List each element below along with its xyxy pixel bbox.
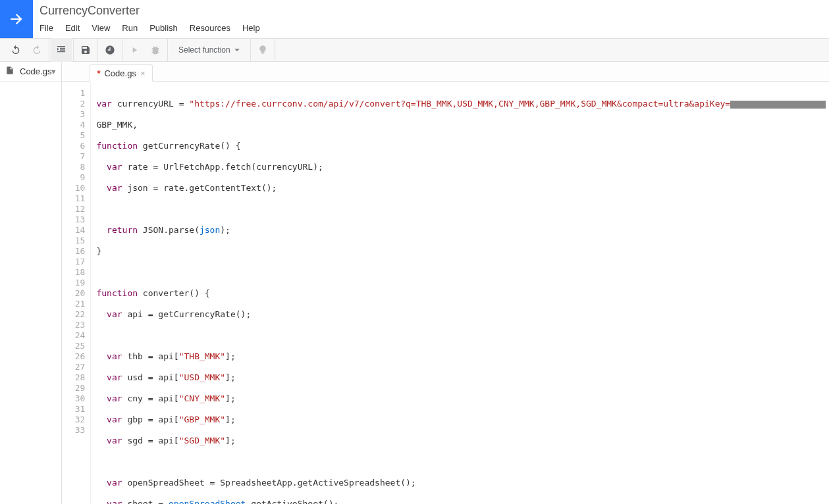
line-number: 4	[62, 120, 85, 130]
line-number: 11	[62, 193, 85, 204]
menu-file[interactable]: File	[40, 23, 53, 33]
toolbar-divider	[73, 38, 74, 62]
triggers-button[interactable]	[99, 38, 120, 62]
code-content[interactable]: var currencyURL = "https://free.currconv…	[91, 82, 829, 504]
line-number: 25	[62, 341, 85, 351]
toolbar-divider	[167, 38, 168, 62]
line-number: 8	[62, 162, 85, 172]
line-number: 31	[62, 404, 85, 415]
lightbulb-button[interactable]	[252, 38, 273, 62]
line-number: 5	[62, 130, 85, 141]
toolbar-divider	[122, 38, 122, 62]
toolbar-divider	[49, 38, 49, 62]
redo-icon	[32, 45, 42, 55]
sidebar-file-label: Code.gs	[20, 66, 51, 76]
tab-codegs[interactable]: * Code.gs ×	[90, 64, 152, 82]
line-number: 1	[62, 88, 85, 99]
undo-button[interactable]	[5, 38, 26, 62]
redo-button[interactable]	[26, 38, 47, 62]
line-number: 13	[62, 214, 85, 225]
undo-icon	[11, 45, 21, 55]
document-icon	[5, 66, 14, 77]
line-number-gutter: 1234567891011121314151617181920212223242…	[62, 82, 91, 504]
menu-edit[interactable]: Edit	[65, 23, 80, 33]
line-number: 14	[62, 225, 85, 236]
line-number: 15	[62, 236, 85, 246]
line-number: 7	[62, 151, 85, 162]
line-number: 29	[62, 383, 85, 393]
line-number: 6	[62, 141, 85, 151]
line-number: 17	[62, 257, 85, 267]
chevron-down-icon	[234, 49, 240, 51]
arrow-right-icon	[8, 11, 25, 28]
code-editor[interactable]: 1234567891011121314151617181920212223242…	[62, 82, 829, 504]
save-icon	[80, 45, 91, 55]
redacted-api-key	[730, 101, 826, 109]
line-number: 24	[62, 330, 85, 341]
line-number: 2	[62, 99, 85, 109]
project-title[interactable]: CurrencyConverter	[40, 4, 829, 18]
play-icon	[130, 45, 139, 55]
line-number: 9	[62, 172, 85, 183]
line-number: 28	[62, 372, 85, 383]
line-number: 16	[62, 246, 85, 257]
line-number: 33	[62, 425, 85, 436]
indent-icon	[56, 45, 67, 55]
app-logo[interactable]	[0, 0, 33, 38]
bug-icon	[150, 45, 161, 55]
toolbar-divider	[97, 38, 98, 62]
tab-label: Code.gs	[104, 68, 136, 78]
menu-help[interactable]: Help	[242, 23, 260, 33]
run-button[interactable]	[124, 38, 145, 62]
lightbulb-icon	[257, 45, 268, 55]
toolbar-divider	[275, 38, 275, 62]
menu-view[interactable]: View	[92, 23, 110, 33]
menu-run[interactable]: Run	[122, 23, 138, 33]
line-number: 22	[62, 309, 85, 320]
line-number: 12	[62, 204, 85, 214]
line-number: 26	[62, 351, 85, 362]
sidebar-file-codegs[interactable]: Code.gs ▾	[0, 62, 61, 82]
indent-button[interactable]	[51, 38, 72, 62]
close-icon[interactable]: ×	[140, 68, 146, 78]
line-number: 19	[62, 278, 85, 288]
line-number: 23	[62, 320, 85, 330]
toolbar-divider	[250, 38, 251, 62]
chevron-down-icon[interactable]: ▾	[51, 66, 56, 76]
debug-button[interactable]	[145, 38, 166, 62]
save-button[interactable]	[75, 38, 96, 62]
select-function-label: Select function	[178, 45, 230, 55]
select-function-dropdown[interactable]: Select function	[169, 45, 249, 55]
line-number: 21	[62, 299, 85, 309]
menu-resources[interactable]: Resources	[190, 23, 230, 33]
line-number: 27	[62, 362, 85, 372]
line-number: 20	[62, 288, 85, 299]
file-sidebar: Code.gs ▾	[0, 62, 62, 504]
line-number: 18	[62, 267, 85, 278]
line-number: 32	[62, 415, 85, 425]
menu-publish[interactable]: Publish	[149, 23, 178, 33]
line-number: 10	[62, 183, 85, 193]
clock-icon	[105, 45, 115, 55]
modified-indicator: *	[97, 68, 100, 78]
line-number: 3	[62, 109, 85, 120]
line-number: 30	[62, 393, 85, 404]
